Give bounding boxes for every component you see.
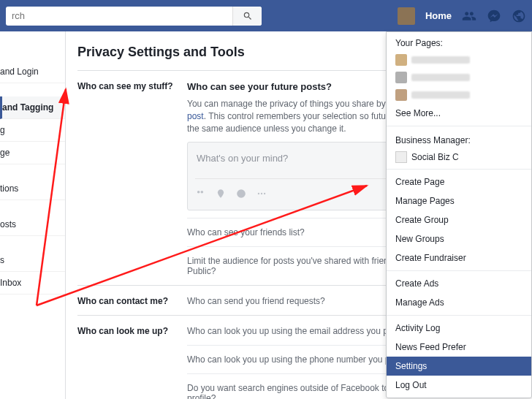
home-link[interactable]: Home	[425, 10, 452, 21]
search-input[interactable]	[6, 10, 232, 21]
section-contact-label: Who can contact me?	[77, 296, 187, 315]
svg-point-0	[237, 190, 246, 199]
composer-icons	[195, 189, 267, 199]
dd-page-item[interactable]	[387, 86, 531, 104]
section-lookup-label: Who can look me up?	[77, 326, 187, 399]
svg-point-3	[264, 193, 265, 194]
left-nav: and Login and Tagging g ge tions osts s …	[0, 31, 66, 399]
dd-manage-pages[interactable]: Manage Pages	[387, 191, 531, 210]
notifications-icon[interactable]	[512, 9, 526, 23]
dd-page-item[interactable]	[387, 51, 531, 69]
dd-your-pages-header: Your Pages:	[387, 32, 531, 51]
svg-point-2	[261, 193, 262, 194]
topbar-right: Home	[398, 7, 526, 25]
account-dropdown: Your Pages: See More... Business Manager…	[386, 31, 532, 398]
nav-spacer	[0, 236, 65, 249]
nav-item-ge[interactable]: ge	[0, 142, 65, 164]
dd-page-item[interactable]	[387, 69, 531, 86]
search-wrap	[6, 7, 262, 26]
nav-item-g[interactable]: g	[0, 119, 65, 142]
nav-item-inbox[interactable]: Inbox	[0, 272, 65, 294]
messenger-icon[interactable]	[487, 9, 501, 23]
nav-item-s[interactable]: s	[0, 249, 65, 272]
dd-see-more[interactable]: See More...	[387, 104, 531, 123]
topbar: Home	[0, 0, 532, 31]
dd-manage-ads[interactable]: Manage Ads	[387, 293, 531, 312]
section-stuff-label: Who can see my stuff?	[77, 81, 187, 285]
dd-biz-header: Business Manager:	[387, 129, 531, 148]
dd-create-fundraiser[interactable]: Create Fundraiser	[387, 248, 531, 267]
dd-biz-label: Social Biz C	[411, 152, 459, 162]
search-icon	[243, 11, 253, 21]
dd-new-groups[interactable]: New Groups	[387, 229, 531, 248]
dd-logout[interactable]: Log Out	[387, 376, 531, 395]
dd-create-ads[interactable]: Create Ads	[387, 274, 531, 293]
nav-spacer	[0, 200, 65, 213]
search-button[interactable]	[232, 7, 262, 26]
nav-item-tions[interactable]: tions	[0, 178, 65, 200]
dd-activity-log[interactable]: Activity Log	[387, 319, 531, 338]
more-icon[interactable]	[256, 189, 267, 199]
feeling-icon[interactable]	[236, 189, 246, 199]
dd-create-page[interactable]: Create Page	[387, 172, 531, 191]
nav-item-posts[interactable]: osts	[0, 213, 65, 236]
dd-news-feed-pref[interactable]: News Feed Prefer	[387, 338, 531, 357]
dd-settings[interactable]: Settings	[387, 357, 531, 376]
dd-create-group[interactable]: Create Group	[387, 210, 531, 229]
location-icon[interactable]	[216, 189, 226, 199]
nav-spacer	[0, 83, 65, 96]
dd-biz-item[interactable]: Social Biz C	[387, 148, 531, 166]
nav-item-login[interactable]: and Login	[0, 61, 65, 83]
svg-point-1	[258, 193, 259, 194]
tag-people-icon[interactable]	[195, 189, 205, 199]
profile-thumbnail[interactable]	[398, 7, 415, 25]
friend-requests-icon[interactable]	[462, 9, 476, 23]
nav-spacer	[0, 164, 65, 178]
nav-item-tagging[interactable]: and Tagging	[0, 96, 65, 119]
